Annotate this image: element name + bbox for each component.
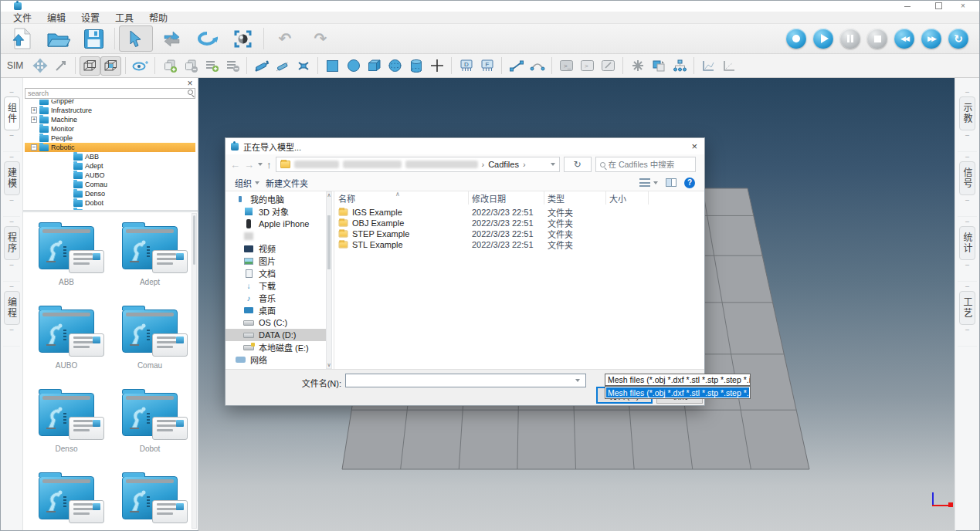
layer-swap-button[interactable]	[648, 56, 669, 76]
column-header-2[interactable]: 修改日期	[469, 191, 544, 205]
chart-a-button[interactable]	[698, 56, 719, 76]
tree-item-Gripper[interactable]: Gripper	[25, 100, 195, 106]
wireframe-cube-button[interactable]	[80, 56, 100, 76]
places-item-OS (C:)[interactable]: OS (C:)	[226, 316, 326, 329]
rail-tab-建模[interactable]: 建模	[4, 161, 20, 195]
filename-dropdown-icon[interactable]	[575, 379, 580, 382]
menu-item-3[interactable]: 设置	[73, 11, 107, 24]
shape-cylinder-button[interactable]	[405, 56, 426, 76]
component-item-AUBO[interactable]: AUBO	[31, 305, 102, 388]
places-item-redacted[interactable]	[226, 230, 326, 242]
file-row-STL Example[interactable]: STL Example2022/3/23 22:51文件夹	[335, 239, 700, 250]
rail-tab-组件[interactable]: 组件	[4, 96, 20, 130]
expand-toggle-icon[interactable]: +	[31, 107, 37, 113]
component-item-hidden-7[interactable]	[114, 472, 185, 530]
component-item-Denso[interactable]: Denso	[31, 388, 102, 472]
mechanism-button[interactable]	[627, 56, 648, 76]
pan-tool-button[interactable]	[29, 56, 50, 76]
menu-item-4[interactable]: 工具	[107, 11, 141, 24]
tree-item-Comau[interactable]: Comau	[25, 180, 195, 189]
places-item-Apple iPhone[interactable]: Apple iPhone	[226, 218, 326, 230]
places-item-我的电脑[interactable]: 我的电脑	[226, 193, 326, 205]
places-item-网络[interactable]: 网络	[226, 353, 326, 366]
column-header-1[interactable]: 名称∧	[335, 191, 469, 205]
redo-button[interactable]: ↷	[303, 25, 337, 52]
breadcrumb-cadfiles[interactable]: Cadfiles	[488, 160, 519, 169]
places-item-DATA (D:)[interactable]: DATA (D:)	[226, 329, 326, 341]
dialog-search-box[interactable]	[595, 157, 696, 172]
chart-b-button[interactable]	[719, 56, 740, 76]
places-item-下载[interactable]: ↓下载	[226, 279, 326, 292]
address-dropdown-icon[interactable]	[551, 163, 555, 166]
scale-tool-button[interactable]	[50, 56, 71, 76]
duplicate-remove-button[interactable]	[180, 56, 201, 76]
grid-scrollbar[interactable]	[192, 213, 197, 529]
tree-item-Adept[interactable]: Adept	[25, 161, 195, 171]
dialog-close-icon[interactable]: ×	[691, 140, 697, 152]
file-row-STEP Example[interactable]: STEP Example2022/3/23 22:51文件夹	[335, 228, 700, 239]
reset-button[interactable]: ↻	[948, 29, 968, 49]
dialog-search-input[interactable]	[609, 160, 691, 169]
view-mode-button[interactable]	[639, 178, 658, 187]
open-file-button[interactable]	[41, 25, 75, 52]
component-search-input[interactable]	[25, 88, 195, 99]
close-icon[interactable]: ×	[958, 2, 968, 10]
tree-item-Robotic[interactable]: −Robotic	[25, 143, 195, 152]
new-file-button[interactable]	[5, 25, 39, 52]
places-item-音乐[interactable]: ♪音乐	[226, 292, 326, 304]
fastener-c-button[interactable]	[293, 56, 314, 76]
tree-item-ABB[interactable]: ABB	[25, 152, 195, 161]
chip-d-button[interactable]: D	[456, 56, 476, 76]
rail-tab-工艺[interactable]: 工艺	[959, 291, 975, 325]
shape-sphere-button[interactable]	[385, 56, 405, 76]
new-folder-button[interactable]: 新建文件夹	[266, 177, 308, 189]
column-header-4[interactable]: 大小	[606, 191, 649, 205]
focus-center-button[interactable]	[226, 25, 259, 52]
swap-arrows-button[interactable]	[154, 25, 188, 52]
help-icon[interactable]: ?	[684, 178, 695, 188]
rail-tab-示教[interactable]: 示教	[959, 96, 975, 130]
rotate-view-button[interactable]	[190, 25, 224, 52]
file-type-combo[interactable]: Mesh files (*.obj *.dxf *.stl *.stp *.st…	[605, 374, 751, 386]
measure-line-button[interactable]	[506, 56, 527, 76]
fastener-a-button[interactable]	[251, 56, 272, 76]
recent-locations-icon[interactable]	[258, 163, 263, 166]
file-row-OBJ Example[interactable]: OBJ Example2022/3/23 22:51文件夹	[335, 218, 700, 228]
file-type-option-selected[interactable]: Mesh files (*.obj *.dxf *.stl *.stp *.st…	[606, 387, 749, 397]
rail-tab-编程[interactable]: 编程	[4, 291, 20, 325]
filename-input[interactable]	[345, 374, 586, 387]
refresh-icon[interactable]: ↻	[564, 157, 592, 172]
back-icon[interactable]: ←	[230, 159, 240, 171]
shape-circle-button[interactable]	[343, 56, 364, 76]
column-header-3[interactable]: 类型	[544, 191, 606, 205]
visibility-eye-button[interactable]	[130, 56, 151, 76]
chip-f-button[interactable]: F	[476, 56, 497, 76]
component-item-Dobot[interactable]: Dobot	[114, 388, 185, 472]
places-item-桌面[interactable]: 桌面	[226, 304, 326, 316]
tree-item-Denso[interactable]: Denso	[25, 189, 195, 198]
tree-item-AUBO[interactable]: AUBO	[25, 171, 195, 180]
list-add-button[interactable]	[201, 56, 222, 76]
measure-arc-button[interactable]	[527, 56, 548, 76]
tree-item-Dobot[interactable]: Dobot	[25, 198, 195, 208]
rail-tab-程序[interactable]: 程序	[4, 226, 20, 260]
places-item-图片[interactable]: 图片	[226, 255, 326, 267]
organize-button[interactable]: 组织	[235, 177, 259, 189]
maximize-icon[interactable]	[933, 2, 944, 10]
stop-button[interactable]	[867, 29, 887, 49]
record-button[interactable]	[786, 29, 806, 49]
play-button[interactable]	[813, 29, 833, 49]
tree-item-Machine[interactable]: +Machine	[25, 115, 195, 124]
forward-icon[interactable]: →	[244, 159, 254, 171]
console-c-button[interactable]	[598, 56, 619, 76]
pause-button[interactable]	[840, 29, 860, 49]
fast-forward-button[interactable]: ▶▶	[921, 29, 941, 49]
tree-item-Infrastructure[interactable]: +Infrastructure	[25, 106, 195, 115]
preview-pane-icon[interactable]	[666, 178, 677, 187]
menu-item-5[interactable]: 帮助	[141, 11, 175, 24]
file-row-IGS Example[interactable]: IGS Example2022/3/23 22:51文件夹	[335, 207, 700, 218]
add-point-button[interactable]	[426, 56, 447, 76]
address-bar[interactable]: ›Cadfiles›	[276, 157, 560, 172]
undo-button[interactable]: ↶	[268, 25, 302, 52]
expand-toggle-icon[interactable]: −	[31, 144, 37, 151]
